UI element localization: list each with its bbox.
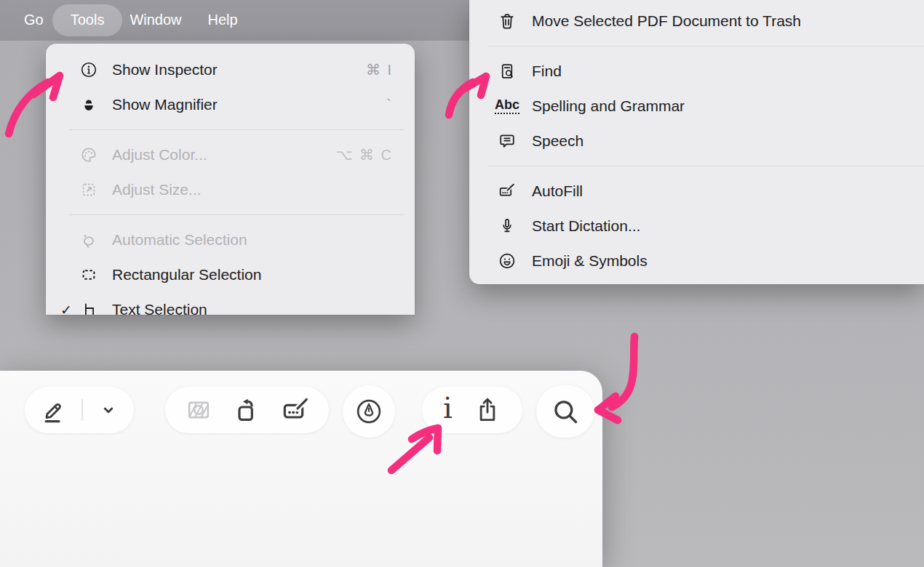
edit-context-menu: Move Selected PDF Document to Trash Find… xyxy=(469,0,924,284)
toolbar-group-edit xyxy=(165,387,329,433)
toolbar-group-info-share: i xyxy=(422,387,522,433)
chevron-down-icon xyxy=(97,399,119,421)
menu-item-label: Adjust Size... xyxy=(112,181,393,198)
share-icon xyxy=(474,396,501,424)
search-icon xyxy=(551,397,580,426)
pen-nib-circle-icon xyxy=(355,398,383,425)
emoji-smiley-icon xyxy=(491,252,523,270)
menubar-item-tools-active[interactable]: Tools xyxy=(52,4,123,36)
search-button[interactable] xyxy=(551,397,580,426)
menu-item-shortcut: ⌘ I xyxy=(366,61,393,79)
menu-item-rectangular-selection[interactable]: Rectangular Selection xyxy=(46,257,415,292)
menu-item-shortcut: ⌥ ⌘ C xyxy=(335,146,393,164)
pencil-underline-icon xyxy=(39,396,67,424)
toolbar-group-annotate xyxy=(343,385,395,438)
tools-menu: Show Inspector ⌘ I Show Magnifier ` Adju… xyxy=(46,44,415,315)
menu-item-label: Move Selected PDF Document to Trash xyxy=(532,12,801,30)
info-circle-icon xyxy=(78,61,100,79)
speech-bubble-icon xyxy=(491,132,523,150)
share-button[interactable] xyxy=(474,396,501,424)
menu-item-label: Find xyxy=(532,63,562,80)
menu-item-label: Show Magnifier xyxy=(112,96,386,113)
menu-item-automatic-selection[interactable]: Automatic Selection xyxy=(46,222,415,257)
find-in-document-icon xyxy=(491,62,523,81)
preview-window: i xyxy=(0,371,602,567)
menu-divider xyxy=(487,166,924,166)
menu-item-find[interactable]: Find xyxy=(469,54,924,89)
menu-item-text-selection[interactable]: ✓ Text Selection xyxy=(46,292,415,315)
menu-item-start-dictation[interactable]: Start Dictation... xyxy=(469,209,924,244)
toolbar-group-markup xyxy=(25,387,134,433)
menu-item-show-inspector[interactable]: Show Inspector ⌘ I xyxy=(46,52,415,87)
menu-item-label: AutoFill xyxy=(532,182,583,200)
menu-item-adjust-color[interactable]: Adjust Color... ⌥ ⌘ C xyxy=(46,137,415,172)
menu-item-label: Speech xyxy=(532,132,584,150)
toolbar-group-search xyxy=(536,385,594,438)
menu-item-show-magnifier[interactable]: Show Magnifier ` xyxy=(46,87,415,122)
info-icon: i xyxy=(443,393,453,422)
autofill-pencil-icon xyxy=(491,182,523,201)
menu-item-shortcut: ` xyxy=(386,97,393,113)
menu-divider xyxy=(487,46,924,47)
menu-item-label: Automatic Selection xyxy=(112,231,393,249)
menu-item-label: Rectangular Selection xyxy=(112,266,393,284)
menu-item-label: Text Selection xyxy=(112,301,393,315)
menu-divider xyxy=(69,214,405,215)
trash-icon xyxy=(491,12,523,31)
autofill-pencil-icon xyxy=(281,395,310,425)
abc-dotted-icon: Abc xyxy=(491,98,523,114)
adjust-image-button[interactable] xyxy=(184,395,213,425)
autofill-button[interactable] xyxy=(281,395,310,425)
annotate-pen-button[interactable] xyxy=(355,398,383,425)
loupe-icon xyxy=(78,96,100,113)
resize-icon xyxy=(78,181,100,198)
menubar-item-go[interactable]: Go xyxy=(24,4,44,36)
menu-item-label: Adjust Color... xyxy=(112,146,335,164)
menu-item-emoji-symbols[interactable]: Emoji & Symbols xyxy=(469,244,924,278)
rotate-left-icon xyxy=(233,395,262,425)
menu-item-label: Emoji & Symbols xyxy=(532,252,648,270)
toolbar-divider xyxy=(81,399,83,421)
menu-item-spelling-grammar[interactable]: Abc Spelling and Grammar xyxy=(469,89,924,124)
lasso-sparkles-icon xyxy=(78,231,100,249)
menubar-item-window[interactable]: Window xyxy=(130,4,181,36)
menu-divider xyxy=(69,129,405,130)
menu-item-adjust-size[interactable]: Adjust Size... xyxy=(46,172,415,207)
markup-pencil-button[interactable] xyxy=(39,396,67,424)
text-selection-icon xyxy=(78,301,100,315)
menu-item-autofill[interactable]: AutoFill xyxy=(469,174,924,209)
menu-item-speech[interactable]: Speech xyxy=(469,124,924,158)
abc-glyph-text: Abc xyxy=(495,98,519,114)
menu-item-label: Spelling and Grammar xyxy=(532,97,685,115)
menubar-item-help[interactable]: Help xyxy=(208,4,238,36)
microphone-icon xyxy=(491,217,523,236)
menu-item-move-to-trash[interactable]: Move Selected PDF Document to Trash xyxy=(469,4,924,39)
markup-dropdown-button[interactable] xyxy=(97,399,119,421)
image-adjust-icon xyxy=(184,395,213,425)
arrow-to-search-button xyxy=(598,337,634,420)
rectangular-selection-icon xyxy=(78,266,100,284)
menu-item-label: Start Dictation... xyxy=(532,217,640,235)
palette-icon xyxy=(78,146,100,164)
info-button[interactable]: i xyxy=(443,395,453,425)
rotate-left-button[interactable] xyxy=(233,395,262,425)
checkmark-glyph: ✓ xyxy=(60,302,78,315)
menu-item-label: Show Inspector xyxy=(112,61,366,79)
